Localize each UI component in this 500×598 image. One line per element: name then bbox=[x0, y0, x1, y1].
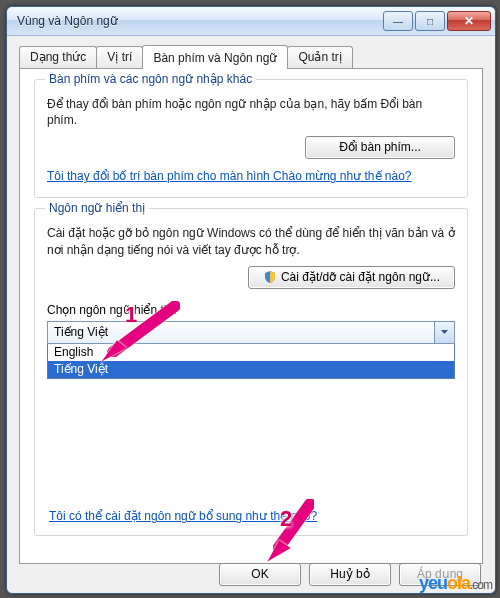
chevron-down-icon[interactable] bbox=[434, 322, 454, 343]
tab-page-keyboard-language: Bàn phím và các ngôn ngữ nhập khác Để th… bbox=[19, 68, 483, 564]
tab-admin[interactable]: Quản trị bbox=[287, 46, 352, 68]
display-language-value: Tiếng Việt bbox=[54, 325, 108, 339]
close-button[interactable]: ✕ bbox=[447, 11, 491, 31]
maximize-button[interactable]: □ bbox=[415, 11, 445, 31]
group-keyboard-text: Để thay đổi bàn phím hoặc ngôn ngữ nhập … bbox=[47, 96, 455, 128]
cancel-button[interactable]: Huỷ bỏ bbox=[309, 563, 391, 586]
titlebar: Vùng và Ngôn ngữ — □ ✕ bbox=[7, 7, 495, 36]
tab-location[interactable]: Vị trí bbox=[96, 46, 143, 68]
choose-language-label: Chọn ngôn ngữ hiển thị: bbox=[47, 303, 455, 317]
group-display-legend: Ngôn ngữ hiển thị bbox=[45, 201, 149, 215]
display-language-combo[interactable]: Tiếng Việt English Tiếng Việt bbox=[47, 321, 455, 379]
install-uninstall-language-button[interactable]: Cài đặt/dỡ cài đặt ngôn ngữ... bbox=[248, 266, 455, 289]
keyboard-help-link[interactable]: Tôi thay đổi bố trí bàn phím cho màn hìn… bbox=[47, 169, 412, 183]
group-keyboard-legend: Bàn phím và các ngôn ngữ nhập khác bbox=[45, 72, 256, 86]
shield-icon bbox=[263, 270, 277, 284]
region-language-dialog: Vùng và Ngôn ngữ — □ ✕ Dạng thức Vị trí … bbox=[6, 6, 496, 594]
option-english[interactable]: English bbox=[48, 344, 454, 361]
install-more-languages-link[interactable]: Tôi có thể cài đặt ngôn ngữ bổ sung như … bbox=[49, 509, 317, 523]
option-tieng-viet[interactable]: Tiếng Việt bbox=[48, 361, 454, 378]
watermark: yeuola.com bbox=[419, 573, 492, 594]
group-keyboard: Bàn phím và các ngôn ngữ nhập khác Để th… bbox=[34, 79, 468, 198]
tab-strip: Dạng thức Vị trí Bàn phím và Ngôn ngữ Qu… bbox=[19, 44, 483, 68]
tab-keyboard-language[interactable]: Bàn phím và Ngôn ngữ bbox=[142, 45, 288, 69]
group-display-text: Cài đặt hoặc gỡ bỏ ngôn ngữ Windows có t… bbox=[47, 225, 455, 257]
install-uninstall-language-label: Cài đặt/dỡ cài đặt ngôn ngữ... bbox=[281, 270, 440, 284]
tab-format[interactable]: Dạng thức bbox=[19, 46, 97, 68]
minimize-button[interactable]: — bbox=[383, 11, 413, 31]
display-language-dropdown: English Tiếng Việt bbox=[47, 344, 455, 379]
group-display-language: Ngôn ngữ hiển thị Cài đặt hoặc gỡ bỏ ngô… bbox=[34, 208, 468, 536]
window-title: Vùng và Ngôn ngữ bbox=[17, 14, 381, 28]
ok-button[interactable]: OK bbox=[219, 563, 301, 586]
change-keyboard-button[interactable]: Đổi bàn phím... bbox=[305, 136, 455, 159]
